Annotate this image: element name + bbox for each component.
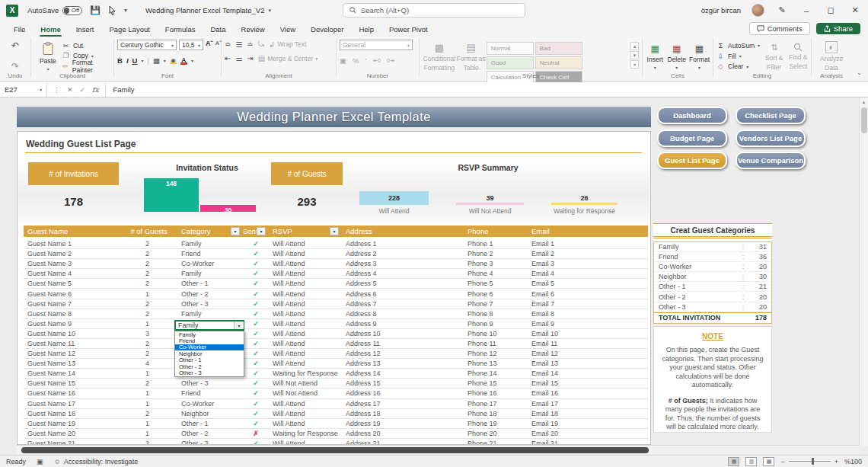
tab-page-layout[interactable]: Page Layout xyxy=(101,23,157,37)
table-row-4[interactable]: Guest Name 42Family✓Will AttendAddress 4… xyxy=(24,269,648,279)
tab-data[interactable]: Data xyxy=(203,23,233,37)
tab-help[interactable]: Help xyxy=(351,23,381,37)
page-break-view-button[interactable]: ▩ xyxy=(763,457,774,466)
gallery-down-icon[interactable]: ▼ xyxy=(630,51,639,59)
filter-button-icon[interactable]: ▾ xyxy=(231,227,240,235)
table-row-7[interactable]: Guest Name 72Other - 3✓Will AttendAddres… xyxy=(24,299,648,309)
table-row-14[interactable]: Guest Name 141Other - 2✓Waiting for Resp… xyxy=(24,369,648,379)
format-cells-button[interactable]: ▦Format▾ xyxy=(689,40,710,73)
underline-icon[interactable]: U xyxy=(132,56,138,65)
horizontal-scrollbar[interactable] xyxy=(17,445,859,454)
name-box[interactable]: E27▾ xyxy=(0,82,47,97)
table-row-9[interactable]: Guest Name 91✓Will AttendAddress 9Phone … xyxy=(24,319,648,329)
macro-record-icon[interactable]: ▣ xyxy=(37,458,43,465)
search-input[interactable]: Search (Alt+Q) xyxy=(343,3,525,18)
cell-style-bad[interactable]: Bad xyxy=(535,42,582,55)
page-layout-view-button[interactable]: ▥ xyxy=(745,457,757,466)
minimize-button[interactable]: – xyxy=(799,6,813,15)
align-right-icon[interactable]: ⇥ xyxy=(247,54,253,62)
dropdown-option-other-3[interactable]: Other - 3 xyxy=(175,369,244,376)
nav-button-dashboard[interactable]: Dashboard xyxy=(657,107,727,124)
cell-style-good[interactable]: Good xyxy=(487,56,534,69)
percent-icon[interactable]: % xyxy=(353,56,359,65)
tab-developer[interactable]: Developer xyxy=(303,23,351,37)
table-row-10[interactable]: Guest Name 103✓Will AttendAddress 10Phon… xyxy=(24,329,648,339)
confirm-entry-icon[interactable]: ✓ xyxy=(80,86,86,94)
quick-access-menu-icon[interactable]: ▾ xyxy=(124,7,127,14)
table-row-20[interactable]: Guest Name 201Other - 2✗Waiting for Resp… xyxy=(24,429,648,439)
table-row-12[interactable]: Guest Name 122✓Will AttendAddress 12Phon… xyxy=(24,349,648,359)
zoom-level[interactable]: %100 xyxy=(844,458,862,465)
fill-button[interactable]: ⇩Fill▾ xyxy=(716,51,760,62)
scroll-up-icon[interactable]: ▲ xyxy=(860,98,868,104)
accessibility-status[interactable]: ☺ Accessibility: Investigate xyxy=(54,458,139,465)
undo-icon[interactable]: ↶ xyxy=(11,40,19,51)
wrap-text-button[interactable]: ↲Wrap Text xyxy=(269,40,306,49)
align-left-icon[interactable]: ⇤ xyxy=(225,54,231,62)
font-name-select[interactable]: Century Gothic▾ xyxy=(117,40,177,50)
table-row-15[interactable]: Guest Name 152Other - 3✓Will Not AttendA… xyxy=(24,379,648,389)
close-button[interactable]: ✕ xyxy=(848,5,862,15)
formula-input[interactable]: Family xyxy=(106,85,135,94)
align-middle-icon[interactable]: ☰ xyxy=(235,40,242,49)
tab-formulas[interactable]: Formulas xyxy=(158,23,203,37)
increase-decimal-icon[interactable]: ↞0 xyxy=(373,57,381,64)
table-row-11[interactable]: Guest Name 112✓Will AttendAddress 11Phon… xyxy=(24,339,648,349)
nav-button-guest-list-page[interactable]: Guest List Page xyxy=(657,152,727,169)
redo-icon[interactable]: ↷ xyxy=(11,61,19,72)
table-row-18[interactable]: Guest Name 182Neighbor✓Will AttendAddres… xyxy=(24,409,648,419)
horizontal-scroll-thumb[interactable] xyxy=(21,447,649,453)
number-format-select[interactable]: General▾ xyxy=(340,40,413,50)
zoom-out-icon[interactable]: − xyxy=(780,458,784,465)
table-row-13[interactable]: Guest Name 134✓Will AttendAddress 13Phon… xyxy=(24,359,648,369)
filter-button-icon[interactable]: ▾ xyxy=(257,227,266,235)
gallery-up-icon[interactable]: ▲ xyxy=(630,42,639,50)
save-icon[interactable]: 💾 xyxy=(90,5,101,15)
analyze-data-button[interactable]: ◐ AnalyzeData xyxy=(815,40,848,73)
insert-cells-button[interactable]: ▦Insert▾ xyxy=(646,40,665,73)
table-row-1[interactable]: Guest Name 12Family✓Will AttendAddress 1… xyxy=(24,239,648,249)
delete-cells-button[interactable]: ▦Delete▾ xyxy=(668,40,687,73)
grow-font-icon[interactable]: Aˆ xyxy=(206,40,213,50)
share-button[interactable]: Share xyxy=(816,23,860,34)
filter-button-icon[interactable]: ▾ xyxy=(330,227,339,235)
bold-icon[interactable]: B xyxy=(117,56,123,65)
cell-style-neutral[interactable]: Neutral xyxy=(535,56,582,69)
zoom-thumb[interactable] xyxy=(812,458,814,465)
table-row-17[interactable]: Guest Name 171Co-Worker✓Will AttendAddre… xyxy=(24,399,648,409)
cancel-entry-icon[interactable]: ✕ xyxy=(67,86,73,94)
pen-mode-icon[interactable]: ✎ xyxy=(775,5,789,15)
table-row-2[interactable]: Guest Name 22Friend✓Will AttendAddress 2… xyxy=(24,249,648,259)
conditional-formatting-button[interactable]: ▩ ConditionalFormatting xyxy=(423,40,456,73)
cell-style-normal[interactable]: Normal xyxy=(487,42,534,55)
comments-button[interactable]: Comments xyxy=(749,22,810,35)
cut-button[interactable]: ✂Cut xyxy=(62,40,110,51)
font-color-icon[interactable]: A xyxy=(180,56,187,65)
comma-icon[interactable]: ’ xyxy=(365,56,366,65)
document-title[interactable]: Wedding Planner Excel Template_V2▾ xyxy=(145,6,271,14)
table-row-5[interactable]: Guest Name 52Other - 1✓Will AttendAddres… xyxy=(24,279,648,289)
nav-button-budget-page[interactable]: Budget Page xyxy=(657,130,727,147)
nav-button-venue-comparison[interactable]: Venue Comparison xyxy=(736,152,806,169)
find-select-button[interactable]: Find &Select xyxy=(788,40,808,73)
insert-function-icon[interactable]: fx xyxy=(92,86,98,94)
tab-power-pivot[interactable]: Power Pivot xyxy=(381,23,436,37)
align-center-icon[interactable]: ⚌ xyxy=(235,54,242,62)
merge-center-button[interactable]: ▤Merge & Center▾ xyxy=(258,54,318,62)
align-bottom-icon[interactable]: ≐ xyxy=(247,40,253,49)
shrink-font-icon[interactable]: Aˇ xyxy=(215,40,222,50)
autosum-button[interactable]: ΣAutoSum▾ xyxy=(716,40,760,51)
nav-button-checklist-page[interactable]: Checklist Page xyxy=(736,107,806,124)
table-row-21[interactable]: Guest Name 212Other - 3✓Will AttendAddre… xyxy=(24,439,648,445)
fill-color-icon[interactable]: ◉ xyxy=(170,57,177,65)
gallery-more-icon[interactable]: ▾ xyxy=(630,60,639,69)
zoom-in-icon[interactable]: + xyxy=(834,458,838,465)
decrease-decimal-icon[interactable]: 0↠ xyxy=(387,57,394,64)
italic-icon[interactable]: I xyxy=(126,56,129,65)
nav-button-vendors-list-page[interactable]: Vendors List Page xyxy=(736,130,806,147)
table-row-19[interactable]: Guest Name 191Other - 1✓Will AttendAddre… xyxy=(24,419,648,429)
format-painter-button[interactable]: ✏Format Painter xyxy=(62,61,110,72)
align-top-icon[interactable]: ≏ xyxy=(225,40,231,49)
borders-icon[interactable]: ▦ xyxy=(153,56,160,65)
tab-review[interactable]: Review xyxy=(234,23,273,37)
